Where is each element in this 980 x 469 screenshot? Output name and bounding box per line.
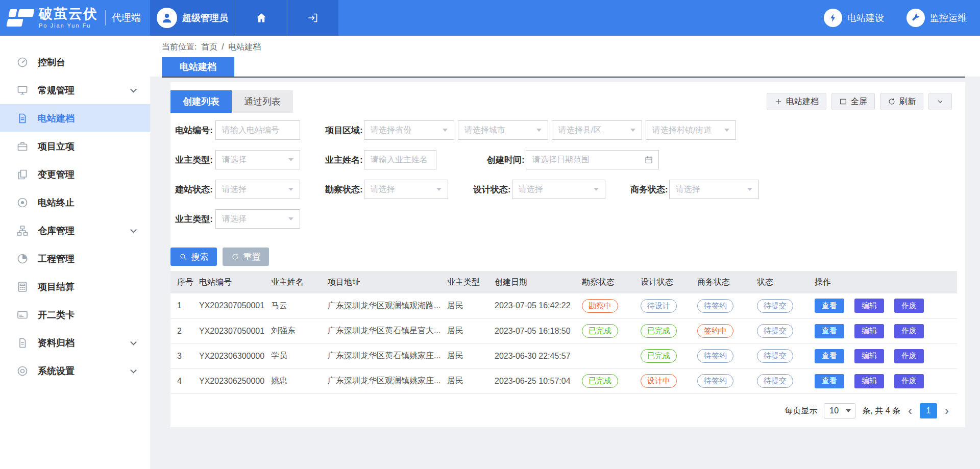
app-header: 破茧云伏 Po Jian Yun Fu 代理端 超级管理员 电站建设监控运维 xyxy=(0,0,980,36)
sidebar-item-10[interactable]: 资料归档 xyxy=(0,329,150,357)
next-page-icon[interactable]: › xyxy=(944,405,950,417)
sidebar-item-3[interactable]: 项目立项 xyxy=(0,132,150,160)
select-dropdown[interactable]: 请选择省份 xyxy=(364,120,454,140)
select-dropdown[interactable]: 请选择村镇/街道 xyxy=(646,120,736,140)
cell-owner-name: 马云 xyxy=(264,293,321,318)
reset-button[interactable]: 重置 xyxy=(223,248,269,266)
select-dropdown[interactable]: 请选择 xyxy=(364,180,448,199)
breadcrumb-home[interactable]: 首页 xyxy=(201,42,217,51)
cell-seq: 2 xyxy=(170,318,192,343)
sidebar-item-1[interactable]: 常规管理 xyxy=(0,76,150,104)
filter-group: 业主类型:请选择 xyxy=(170,209,300,229)
caret-down-icon xyxy=(747,188,752,191)
edit-button[interactable]: 编辑 xyxy=(854,349,884,363)
sidebar-item-0[interactable]: 控制台 xyxy=(0,48,150,76)
cell-status: 待提交 xyxy=(750,318,808,343)
sidebar-item-7[interactable]: 工程管理 xyxy=(0,244,150,273)
cell-design-status: 已完成 xyxy=(634,318,691,343)
sitemap-icon xyxy=(16,225,29,237)
fullscreen-button[interactable]: 全屏 xyxy=(831,93,875,110)
cell-status: 待提交 xyxy=(750,343,808,368)
cell-status: 待提交 xyxy=(750,368,808,393)
edit-button[interactable]: 编辑 xyxy=(854,374,884,388)
caret-down-icon xyxy=(443,129,448,132)
select-dropdown[interactable]: 请选择 xyxy=(669,180,759,199)
select-dropdown[interactable]: 请选择县/区 xyxy=(552,120,642,140)
view-button[interactable]: 查看 xyxy=(815,349,844,363)
sidebar-item-9[interactable]: 开二类卡 xyxy=(0,301,150,329)
sidebar-item-11[interactable]: 系统设置 xyxy=(0,357,150,385)
tab-create-list[interactable]: 创建列表 xyxy=(170,90,232,113)
caret-down-icon xyxy=(724,129,729,132)
user-menu[interactable]: 超级管理员 xyxy=(150,0,235,36)
text-input[interactable] xyxy=(215,120,300,140)
user-avatar-icon xyxy=(157,8,177,28)
action-buttons: 查看编辑作废 xyxy=(815,293,957,318)
nav-item-station-construction[interactable]: 电站建设 xyxy=(824,9,884,27)
void-button[interactable]: 作废 xyxy=(894,299,924,313)
user-name: 超级管理员 xyxy=(182,12,228,24)
view-button[interactable]: 查看 xyxy=(815,299,844,313)
void-button[interactable]: 作废 xyxy=(894,374,924,388)
text-input[interactable] xyxy=(364,150,436,169)
portal-label: 代理端 xyxy=(112,11,141,24)
card-toolbar: 电站建档全屏刷新 xyxy=(767,93,952,110)
per-page-label: 每页显示 xyxy=(785,406,817,416)
new-station-button[interactable]: 电站建档 xyxy=(767,93,826,110)
page-number[interactable]: 1 xyxy=(920,403,937,418)
sidebar-item-5[interactable]: 电站终止 xyxy=(0,188,150,216)
cell-business-status: 待签约 xyxy=(691,293,750,318)
nav-item-monitoring-ops[interactable]: 监控运维 xyxy=(906,9,967,27)
fullscreen-icon xyxy=(839,97,847,106)
select-dropdown[interactable]: 请选择 xyxy=(215,209,300,229)
tab-passed-list[interactable]: 通过列表 xyxy=(232,90,293,113)
select-dropdown[interactable]: 请选择 xyxy=(512,180,605,199)
view-button[interactable]: 查看 xyxy=(815,324,844,338)
date-range-input[interactable]: 请选择日期范围 xyxy=(526,150,659,169)
cell-seq: 1 xyxy=(170,293,192,318)
main-content: 当前位置: 首页 / 电站建档 电站建档 创建列表通过列表 电站建档全屏刷新 电… xyxy=(150,36,980,469)
page-tab[interactable]: 电站建档 xyxy=(162,57,234,77)
per-page-select[interactable]: 10 xyxy=(824,403,855,418)
sidebar-item-4[interactable]: 变更管理 xyxy=(0,160,150,188)
sidebar-item-8[interactable]: 项目结算 xyxy=(0,273,150,301)
action-buttons: 查看编辑作废 xyxy=(815,344,957,368)
filter-label: 业主姓名: xyxy=(325,154,363,166)
filter-form: 电站编号:项目区域:请选择省份请选择城市请选择县/区请选择村镇/街道业主类型:请… xyxy=(170,120,965,229)
refresh-icon xyxy=(888,97,896,106)
input-field[interactable] xyxy=(371,155,430,164)
cell-address: 广东深圳龙华区黄石镇姚家庄... xyxy=(321,343,440,368)
void-button[interactable]: 作废 xyxy=(894,324,924,338)
table-row: 2YX2023070500010刘强东广东深圳龙华区黄石镇星官大...居民202… xyxy=(170,318,957,343)
briefcase-icon xyxy=(16,140,29,153)
input-field[interactable] xyxy=(222,126,293,135)
status-badge: 待提交 xyxy=(757,374,793,388)
home-button[interactable] xyxy=(235,0,287,36)
table-body: 1YX2023070500011马云广东深圳龙华区观澜镇观湖路...居民2023… xyxy=(170,293,957,393)
cell-owner-name: 姚忠 xyxy=(264,368,321,393)
prev-page-icon[interactable]: ‹ xyxy=(907,405,913,417)
edit-button[interactable]: 编辑 xyxy=(854,324,884,338)
status-badge: 已完成 xyxy=(641,349,677,363)
filter-label: 设计状态: xyxy=(473,184,511,195)
search-button[interactable]: 搜索 xyxy=(170,248,217,266)
select-dropdown[interactable]: 请选择 xyxy=(215,150,300,169)
sidebar-item-2[interactable]: 电站建档 xyxy=(0,104,150,132)
void-button[interactable]: 作废 xyxy=(894,349,924,363)
cell-created-date: 2023-06-25 10:57:04 xyxy=(488,368,575,393)
edit-button[interactable]: 编辑 xyxy=(854,299,884,313)
collapse-button[interactable] xyxy=(928,93,952,110)
select-dropdown[interactable]: 请选择 xyxy=(215,180,300,199)
home-icon xyxy=(255,12,267,24)
column-header: 操作 xyxy=(808,271,957,293)
bolt-icon xyxy=(824,9,842,27)
app-logo[interactable]: 破茧云伏 Po Jian Yun Fu 代理端 xyxy=(0,0,150,36)
placeholder-text: 请选择 xyxy=(222,155,247,165)
sidebar: 控制台常规管理电站建档项目立项变更管理电站终止仓库管理工程管理项目结算开二类卡资… xyxy=(0,36,150,469)
view-button[interactable]: 查看 xyxy=(815,374,844,388)
sidebar-item-6[interactable]: 仓库管理 xyxy=(0,216,150,244)
refresh-button[interactable]: 刷新 xyxy=(880,93,923,110)
filter-group: 项目区域:请选择省份请选择城市请选择县/区请选择村镇/街道 xyxy=(325,120,736,140)
select-dropdown[interactable]: 请选择城市 xyxy=(458,120,548,140)
logout-button[interactable] xyxy=(287,0,338,36)
